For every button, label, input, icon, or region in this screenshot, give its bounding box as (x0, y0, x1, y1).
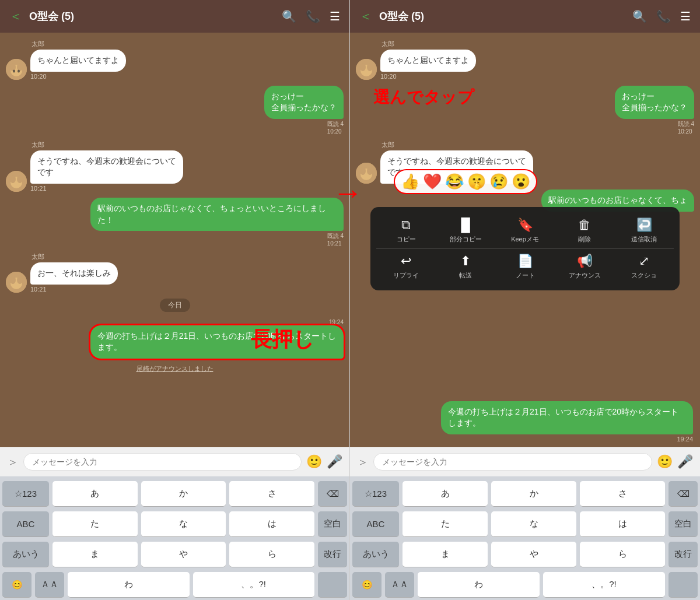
right-key-space[interactable]: 空白 (668, 511, 698, 537)
left-key-del[interactable]: ⌫ (318, 481, 347, 507)
right-emoji-shush[interactable]: 🤫 (467, 173, 486, 191)
right-emoji-button[interactable]: 🙂 (657, 454, 673, 469)
right-ctx-copy[interactable]: ⧉ コピー (376, 217, 436, 244)
right-call-icon[interactable]: 📞 (656, 9, 671, 23)
right-input-bar: ＞ 🙂 🎤 (350, 447, 700, 476)
svg-point-21 (367, 167, 373, 175)
right-key-wa[interactable]: わ (418, 572, 540, 598)
right-ctx-unsend[interactable]: ↩️ 送信取消 (614, 217, 674, 244)
left-key-aiu[interactable]: あいう (2, 542, 49, 567)
right-menu-icon[interactable]: ☰ (680, 9, 691, 23)
left-key-ma[interactable]: ま (52, 542, 138, 567)
svg-point-20 (360, 167, 366, 175)
left-menu-icon[interactable]: ☰ (330, 9, 340, 23)
right-key-sa[interactable]: さ (580, 481, 665, 507)
left-key-wa[interactable]: わ (68, 572, 190, 598)
right-note-label: ノート (516, 271, 535, 280)
right-ctx-partial-copy[interactable]: ▐▌ 部分コピー (436, 217, 495, 244)
left-meta-1: 10:20 (30, 73, 47, 80)
right-key-enter[interactable]: 改行 (668, 542, 698, 567)
left-key-emoji[interactable]: 😊 (2, 572, 32, 598)
left-key-blank (318, 572, 347, 598)
left-mic-button[interactable]: 🎤 (327, 454, 342, 469)
right-ctx-note[interactable]: 📄 ノート (495, 254, 555, 280)
right-key-ha[interactable]: は (580, 511, 665, 537)
right-ctx-forward[interactable]: ⬆ 転送 (436, 254, 495, 280)
right-emoji-thumbsup[interactable]: 👍 (401, 173, 419, 191)
right-key-punct[interactable]: 、。?! (543, 572, 665, 598)
right-ctx-keep[interactable]: 🔖 Keepメモ (495, 217, 555, 244)
right-key-ya[interactable]: や (491, 542, 576, 567)
right-key-na[interactable]: な (491, 511, 576, 537)
right-emoji-heart[interactable]: ❤️ (423, 173, 442, 191)
right-key-ka[interactable]: か (491, 481, 576, 507)
left-search-icon[interactable]: 🔍 (282, 9, 296, 23)
left-key-space[interactable]: 空白 (318, 511, 347, 537)
right-avatar-1 (356, 59, 377, 80)
right-ctx-announce[interactable]: 📢 アナウンス (555, 254, 614, 280)
right-expand-button[interactable]: ＞ (357, 454, 369, 470)
right-keep-label: Keepメモ (511, 235, 539, 244)
svg-point-8 (10, 175, 16, 183)
right-mic-button[interactable]: 🎤 (677, 454, 693, 469)
right-key-aiu[interactable]: あいう (352, 542, 399, 567)
right-keyboard: ☆123 あ か さ ⌫ ABC た な は 空白 あいう ま や ら 改行 (350, 476, 700, 600)
right-key-abc[interactable]: ABC (352, 511, 399, 537)
right-copy-label: コピー (397, 235, 416, 244)
left-key-na[interactable]: な (141, 511, 226, 537)
left-key-ra[interactable]: ら (229, 542, 314, 567)
right-key-del[interactable]: ⌫ (668, 481, 698, 507)
right-key-ma[interactable]: ま (402, 542, 488, 567)
right-unsend-label: 送信取消 (631, 235, 657, 244)
right-msg-2: おっけー全員揃ったかな？ 既読 410:20 (356, 86, 694, 135)
right-ctx-reply[interactable]: ↩ リプライ (376, 254, 436, 280)
left-key-punct[interactable]: 、。?! (193, 572, 315, 598)
left-back-button[interactable]: ＜ (9, 8, 22, 25)
right-emoji-wow[interactable]: 😮 (512, 173, 530, 191)
right-partial-copy-icon: ▐▌ (456, 217, 474, 233)
left-key-a[interactable]: あ (52, 481, 138, 507)
right-emoji-laugh[interactable]: 😂 (445, 173, 464, 191)
left-key-enter[interactable]: 改行 (318, 542, 347, 567)
right-emoji-cry[interactable]: 😢 (489, 173, 508, 191)
right-ctx-delete[interactable]: 🗑 削除 (555, 217, 614, 244)
right-key-row-4: 😊 ＡＡ わ 、。?! (352, 572, 698, 598)
left-bubble-7[interactable]: 今週の打ち上げは２月21日、いつものお店で20時からスタートします。 (90, 325, 344, 359)
left-time-1: 10:20 (30, 73, 47, 80)
right-key-emoji[interactable]: 😊 (352, 572, 382, 598)
right-meta-2: 既読 410:20 (678, 120, 694, 135)
left-msg-3: 太郎 そうですね、今週末の歓迎会についてです 10:21 (6, 141, 344, 192)
left-key-sa[interactable]: さ (229, 481, 314, 507)
left-emoji-button[interactable]: 🙂 (306, 454, 322, 469)
svg-point-12 (10, 276, 16, 284)
left-key-ya[interactable]: や (141, 542, 226, 567)
left-key-123[interactable]: ☆123 (2, 481, 49, 507)
left-header: ＜ O型会 (5) 🔍 📞 ☰ (0, 0, 349, 33)
right-time-1: 10:20 (380, 73, 397, 80)
right-search-icon[interactable]: 🔍 (632, 9, 647, 23)
right-back-button[interactable]: ＜ (359, 8, 372, 25)
right-key-ra[interactable]: ら (580, 542, 665, 567)
left-key-aa[interactable]: ＡＡ (35, 572, 64, 598)
left-call-icon[interactable]: 📞 (306, 9, 320, 23)
right-ctx-screenshot[interactable]: ⤢ スクショ (614, 254, 674, 280)
left-expand-button[interactable]: ＞ (7, 454, 19, 470)
left-message-input[interactable] (23, 453, 302, 471)
right-message-input[interactable] (373, 453, 652, 471)
left-key-ha[interactable]: は (229, 511, 314, 537)
left-key-abc[interactable]: ABC (2, 511, 49, 537)
left-date-sep: 今日 (160, 299, 190, 312)
right-key-123[interactable]: ☆123 (352, 481, 399, 507)
right-emoji-bar[interactable]: 👍 ❤️ 😂 🤫 😢 😮 (394, 169, 537, 194)
right-delete-icon: 🗑 (578, 217, 591, 233)
right-forward-icon: ⬆ (460, 254, 471, 269)
left-msg-content-1: 太郎 ちゃんと届いてますよ 10:20 (30, 40, 126, 80)
right-reply-icon: ↩ (401, 254, 411, 269)
right-ctx-row-2: ↩ リプライ ⬆ 転送 📄 ノート 📢 アナウンス ⤢ スクショ (370, 249, 680, 285)
left-key-ka[interactable]: か (141, 481, 226, 507)
left-key-ta[interactable]: た (52, 511, 138, 537)
right-key-a[interactable]: あ (402, 481, 488, 507)
right-key-aa[interactable]: ＡＡ (385, 572, 414, 598)
left-sender-5: 太郎 (30, 252, 44, 261)
right-key-ta[interactable]: た (402, 511, 488, 537)
